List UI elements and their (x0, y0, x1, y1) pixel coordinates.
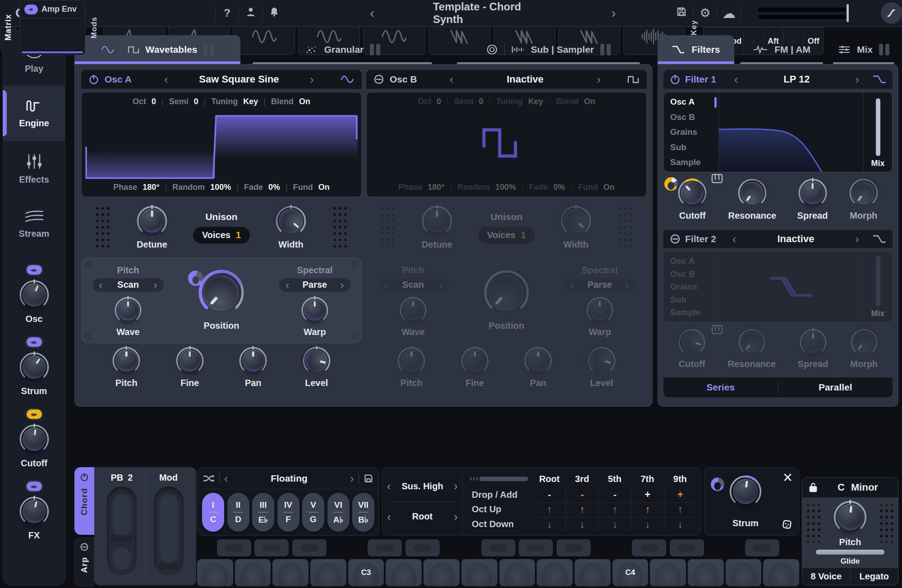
wheel-thumb[interactable] (111, 535, 133, 542)
dice-icon[interactable] (781, 518, 793, 531)
white-key[interactable] (197, 559, 233, 586)
drag-grip[interactable] (332, 207, 348, 248)
filter-2-display[interactable]: Osc A Osc B Grains Sub Sample Mix (663, 251, 893, 322)
drag-grip[interactable] (807, 505, 820, 542)
inactive-minus-icon[interactable] (373, 74, 384, 85)
white-key[interactable] (461, 559, 497, 586)
black-key[interactable] (481, 539, 515, 556)
white-key[interactable] (575, 559, 611, 586)
tab-arp[interactable]: Arp (74, 537, 94, 586)
power-icon[interactable] (670, 74, 681, 85)
settings-gear-icon[interactable]: ⚙ (694, 6, 717, 20)
degree-vi[interactable]: VIA♭ (327, 493, 350, 532)
warp-knob[interactable] (301, 296, 329, 324)
source-item[interactable]: Sub (670, 142, 718, 152)
position-knob[interactable] (483, 269, 530, 316)
width-knob[interactable] (275, 205, 307, 237)
degree-iii[interactable]: IIIE♭ (252, 493, 274, 532)
drop-add-9th[interactable]: + (664, 487, 696, 502)
help-icon[interactable]: ? (216, 7, 239, 19)
drop-add-7th[interactable]: + (631, 487, 663, 502)
filter-glyph-icon[interactable] (873, 74, 886, 84)
white-key[interactable]: C4 (612, 559, 649, 586)
black-key[interactable] (670, 539, 704, 556)
oct-up-root[interactable]: ↑ (533, 502, 566, 517)
tab-granular[interactable]: Granular (240, 35, 444, 64)
inactive-minus-icon[interactable] (80, 542, 89, 551)
mod-diamond-icon[interactable]: ◀▶ (25, 408, 43, 420)
sidebar-item-engine[interactable]: Engine (3, 86, 65, 141)
mod-diamond-icon[interactable]: ◀▶ (24, 5, 38, 14)
filter-1-mix[interactable]: Mix (863, 92, 892, 172)
tab-fm-am[interactable]: FM | AM (734, 35, 829, 64)
prev-preset-button[interactable]: ‹ (370, 5, 374, 21)
oct-down-root[interactable]: ↓ (533, 517, 566, 532)
prev-chord-preset-button[interactable]: ‹ (224, 473, 228, 484)
amp-env-card[interactable]: ◀▶ Amp Env (19, 0, 85, 55)
black-key[interactable] (292, 539, 327, 556)
source-item[interactable]: Grains (670, 127, 718, 137)
cloud-icon[interactable]: ☁ (717, 5, 740, 21)
prev-filter-type-button[interactable]: ‹ (732, 233, 736, 245)
pitch-mode-selector[interactable]: ‹ Scan › (92, 278, 164, 292)
scale-key[interactable]: C (838, 482, 845, 493)
fine-knob[interactable] (460, 346, 489, 375)
prev-filter-type-button[interactable]: ‹ (734, 74, 738, 85)
degree-v[interactable]: VG (302, 493, 324, 532)
black-key[interactable] (217, 539, 251, 556)
pitch-bend-wheel[interactable] (107, 487, 137, 575)
oct-up-7th[interactable]: ↑ (631, 502, 663, 517)
power-icon[interactable] (88, 74, 99, 85)
white-key[interactable] (763, 559, 799, 586)
account-icon[interactable] (239, 6, 262, 20)
white-key[interactable] (688, 559, 724, 586)
cutoff-knob[interactable] (677, 178, 707, 208)
black-key[interactable] (557, 539, 591, 556)
oct-down-5th[interactable]: ↓ (598, 517, 631, 532)
osc-a-wavetable[interactable]: Saw Square Sine (174, 74, 305, 85)
scale-mode[interactable]: Minor (851, 482, 878, 493)
resonance-knob[interactable] (738, 328, 766, 356)
sidebar-item-stream[interactable]: Stream (3, 197, 65, 252)
filter-2-type[interactable]: Inactive (741, 233, 851, 245)
resonance-knob[interactable] (737, 178, 767, 208)
pan-knob[interactable] (239, 346, 267, 375)
white-key[interactable] (650, 559, 686, 586)
spectral-mode-selector[interactable]: ‹ Parse › (279, 278, 350, 292)
filter-1-type[interactable]: LP 12 (743, 74, 851, 85)
close-icon[interactable]: × (783, 469, 792, 486)
width-knob[interactable] (560, 205, 592, 237)
oct-down-7th[interactable]: ↓ (631, 517, 663, 532)
drag-grip[interactable] (617, 207, 633, 248)
morph-knob[interactable] (850, 328, 878, 356)
drag-grip[interactable] (380, 207, 396, 248)
mix-slider-handle[interactable] (876, 98, 880, 156)
mix-slider-handle[interactable] (876, 256, 880, 306)
detune-knob[interactable] (136, 205, 168, 237)
output-meter[interactable] (758, 8, 847, 19)
routing-parallel[interactable]: Parallel (778, 382, 893, 393)
filter-1-display[interactable]: Osc A Osc B Grains Sub Sample Mix (663, 92, 893, 172)
lock-icon[interactable] (809, 482, 818, 493)
source-item[interactable]: Osc B (670, 112, 718, 122)
osc-macro-knob[interactable] (19, 280, 50, 310)
white-key[interactable] (272, 559, 308, 586)
white-key[interactable] (726, 559, 762, 586)
keytrack-piano-icon[interactable] (711, 325, 723, 335)
oct-down-9th[interactable]: ↓ (664, 517, 696, 532)
prev-wavetable-button[interactable]: ‹ (450, 74, 454, 85)
save-icon[interactable] (670, 6, 693, 20)
tab-mix[interactable]: Mix (829, 35, 898, 64)
black-key[interactable] (368, 539, 402, 556)
white-key[interactable] (499, 559, 535, 586)
next-wavetable-button[interactable]: › (310, 74, 314, 85)
degree-ii[interactable]: IID (227, 493, 249, 532)
cutoff-knob[interactable] (678, 328, 706, 356)
level-knob[interactable] (302, 346, 331, 375)
degree-iv[interactable]: IVF (277, 493, 299, 532)
black-key[interactable] (519, 539, 553, 556)
oct-up-5th[interactable]: ↑ (598, 502, 631, 517)
fx-macro-knob[interactable] (19, 496, 50, 527)
mod-diamond-icon[interactable]: ◀▶ (25, 336, 43, 348)
tab-chord[interactable]: Chord (74, 467, 94, 535)
